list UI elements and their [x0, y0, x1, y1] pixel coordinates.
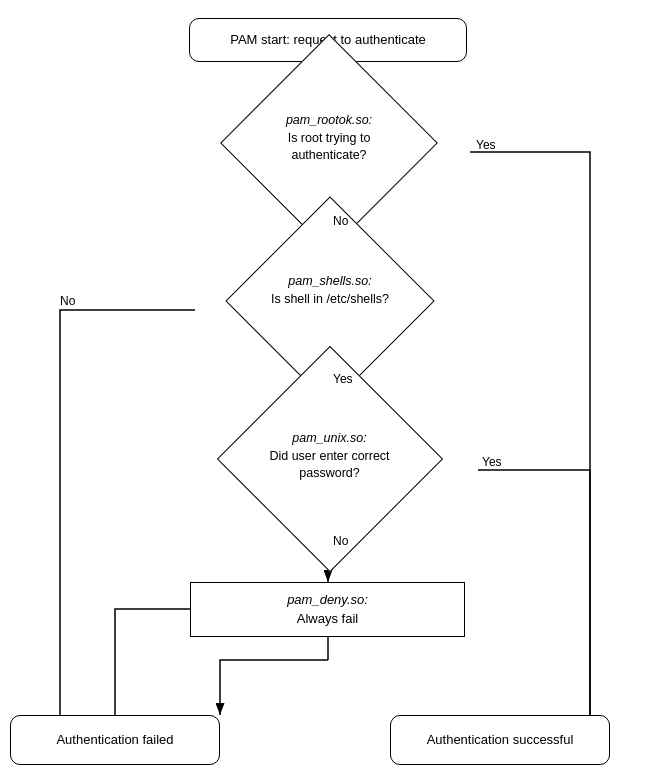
label-d1-no: No	[333, 214, 348, 228]
label-d3-no: No	[333, 534, 348, 548]
diamond3	[216, 346, 442, 572]
deny-normal: Always fail	[297, 611, 358, 626]
label-d3-yes: Yes	[482, 455, 502, 469]
diamond1-wrapper: pam_rootok.so: Is root trying to authent…	[190, 94, 468, 210]
label-d2-no: No	[60, 294, 75, 308]
deny-label: pam_deny.so: Always fail	[287, 591, 368, 627]
auth-failed-label: Authentication failed	[56, 731, 173, 749]
deny-italic: pam_deny.so:	[287, 592, 368, 607]
auth-success-node: Authentication successful	[390, 715, 610, 765]
flowchart: PAM start: request to authenticate pam_r…	[0, 0, 659, 778]
deny-node: pam_deny.so: Always fail	[190, 582, 465, 637]
label-d2-yes: Yes	[333, 372, 353, 386]
auth-failed-node: Authentication failed	[10, 715, 220, 765]
label-d1-yes: Yes	[476, 138, 496, 152]
diamond3-wrapper: pam_unix.so: Did user enter correct pass…	[182, 412, 477, 528]
auth-success-label: Authentication successful	[427, 731, 574, 749]
